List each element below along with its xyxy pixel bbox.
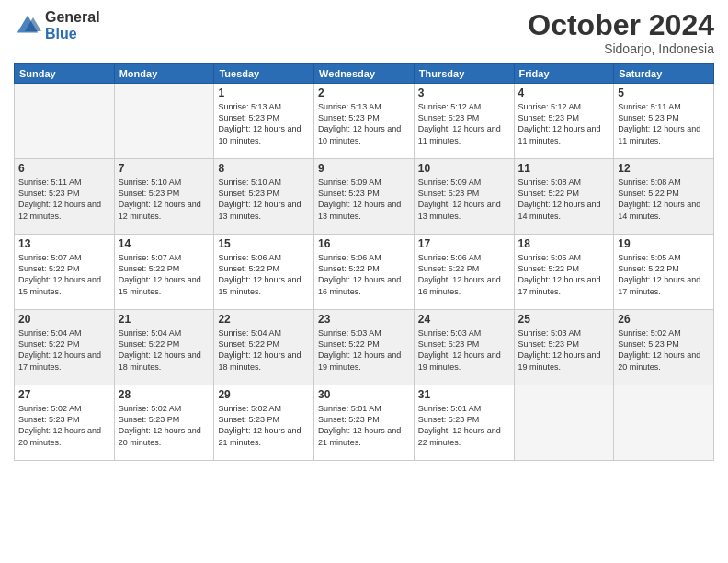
day-detail: Sunrise: 5:03 AM Sunset: 5:22 PM Dayligh…	[318, 327, 410, 373]
day-detail: Sunrise: 5:05 AM Sunset: 5:22 PM Dayligh…	[518, 252, 610, 297]
table-row: 4Sunrise: 5:12 AM Sunset: 5:23 PM Daylig…	[514, 84, 614, 159]
day-detail: Sunrise: 5:10 AM Sunset: 5:23 PM Dayligh…	[218, 177, 310, 222]
calendar-header-row: Sunday Monday Tuesday Wednesday Thursday…	[15, 64, 714, 84]
table-row: 26Sunrise: 5:02 AM Sunset: 5:23 PM Dayli…	[614, 310, 714, 385]
day-detail: Sunrise: 5:10 AM Sunset: 5:23 PM Dayligh…	[119, 177, 210, 222]
table-row: 21Sunrise: 5:04 AM Sunset: 5:22 PM Dayli…	[114, 310, 214, 385]
day-number: 29	[218, 388, 310, 401]
table-row: 29Sunrise: 5:02 AM Sunset: 5:23 PM Dayli…	[214, 385, 314, 461]
day-number: 27	[18, 388, 110, 401]
logo-text: General Blue	[45, 9, 100, 41]
day-detail: Sunrise: 5:06 AM Sunset: 5:22 PM Dayligh…	[418, 252, 510, 297]
day-number: 13	[18, 237, 110, 250]
day-number: 25	[518, 313, 610, 326]
table-row: 30Sunrise: 5:01 AM Sunset: 5:23 PM Dayli…	[314, 385, 415, 461]
table-row: 19Sunrise: 5:05 AM Sunset: 5:22 PM Dayli…	[614, 235, 714, 310]
table-row: 31Sunrise: 5:01 AM Sunset: 5:23 PM Dayli…	[414, 385, 514, 461]
day-number: 8	[218, 162, 310, 175]
day-number: 30	[318, 388, 410, 401]
table-row	[114, 84, 214, 159]
calendar-week-row: 1Sunrise: 5:13 AM Sunset: 5:23 PM Daylig…	[15, 84, 714, 159]
day-number: 3	[418, 86, 510, 99]
table-row: 20Sunrise: 5:04 AM Sunset: 5:22 PM Dayli…	[15, 310, 115, 385]
table-row: 15Sunrise: 5:06 AM Sunset: 5:22 PM Dayli…	[214, 235, 314, 310]
table-row: 27Sunrise: 5:02 AM Sunset: 5:23 PM Dayli…	[15, 385, 115, 461]
col-sunday: Sunday	[15, 64, 115, 84]
title-block: October 2024 Sidoarjo, Indonesia	[528, 9, 714, 56]
table-row: 7Sunrise: 5:10 AM Sunset: 5:23 PM Daylig…	[114, 159, 214, 235]
table-row: 11Sunrise: 5:08 AM Sunset: 5:22 PM Dayli…	[514, 159, 614, 235]
col-thursday: Thursday	[414, 64, 514, 84]
col-wednesday: Wednesday	[314, 64, 415, 84]
table-row: 2Sunrise: 5:13 AM Sunset: 5:23 PM Daylig…	[314, 84, 415, 159]
calendar-week-row: 27Sunrise: 5:02 AM Sunset: 5:23 PM Dayli…	[15, 385, 714, 461]
day-number: 12	[618, 162, 710, 175]
day-detail: Sunrise: 5:06 AM Sunset: 5:22 PM Dayligh…	[318, 252, 410, 297]
table-row: 6Sunrise: 5:11 AM Sunset: 5:23 PM Daylig…	[15, 159, 115, 235]
table-row: 24Sunrise: 5:03 AM Sunset: 5:23 PM Dayli…	[414, 310, 514, 385]
table-row: 8Sunrise: 5:10 AM Sunset: 5:23 PM Daylig…	[214, 159, 314, 235]
calendar-week-row: 13Sunrise: 5:07 AM Sunset: 5:22 PM Dayli…	[15, 235, 714, 310]
day-number: 16	[318, 237, 410, 250]
table-row: 18Sunrise: 5:05 AM Sunset: 5:22 PM Dayli…	[514, 235, 614, 310]
table-row	[15, 84, 115, 159]
col-monday: Monday	[114, 64, 214, 84]
day-detail: Sunrise: 5:12 AM Sunset: 5:23 PM Dayligh…	[518, 101, 610, 146]
table-row: 9Sunrise: 5:09 AM Sunset: 5:23 PM Daylig…	[314, 159, 415, 235]
day-detail: Sunrise: 5:13 AM Sunset: 5:23 PM Dayligh…	[318, 101, 410, 146]
day-detail: Sunrise: 5:07 AM Sunset: 5:22 PM Dayligh…	[18, 252, 110, 297]
day-detail: Sunrise: 5:01 AM Sunset: 5:23 PM Dayligh…	[318, 403, 410, 448]
day-number: 4	[518, 86, 610, 99]
day-number: 31	[418, 388, 510, 401]
day-number: 2	[318, 86, 410, 99]
day-number: 5	[618, 86, 710, 99]
table-row: 23Sunrise: 5:03 AM Sunset: 5:22 PM Dayli…	[314, 310, 415, 385]
day-detail: Sunrise: 5:09 AM Sunset: 5:23 PM Dayligh…	[418, 177, 510, 222]
day-number: 23	[318, 313, 410, 326]
day-detail: Sunrise: 5:03 AM Sunset: 5:23 PM Dayligh…	[418, 327, 510, 373]
day-detail: Sunrise: 5:02 AM Sunset: 5:23 PM Dayligh…	[218, 403, 310, 448]
day-number: 14	[119, 237, 210, 250]
logo-icon	[14, 12, 41, 40]
day-number: 26	[618, 313, 710, 326]
day-detail: Sunrise: 5:04 AM Sunset: 5:22 PM Dayligh…	[18, 327, 110, 373]
col-tuesday: Tuesday	[214, 64, 314, 84]
day-number: 9	[318, 162, 410, 175]
day-number: 20	[18, 313, 110, 326]
day-number: 7	[119, 162, 210, 175]
day-detail: Sunrise: 5:03 AM Sunset: 5:23 PM Dayligh…	[518, 327, 610, 373]
calendar-page: General Blue October 2024 Sidoarjo, Indo…	[0, 0, 728, 563]
day-number: 24	[418, 313, 510, 326]
location: Sidoarjo, Indonesia	[528, 41, 714, 56]
table-row: 3Sunrise: 5:12 AM Sunset: 5:23 PM Daylig…	[414, 84, 514, 159]
page-header: General Blue October 2024 Sidoarjo, Indo…	[14, 9, 714, 56]
day-number: 10	[418, 162, 510, 175]
day-detail: Sunrise: 5:12 AM Sunset: 5:23 PM Dayligh…	[418, 101, 510, 146]
col-friday: Friday	[514, 64, 614, 84]
day-detail: Sunrise: 5:04 AM Sunset: 5:22 PM Dayligh…	[218, 327, 310, 373]
day-detail: Sunrise: 5:05 AM Sunset: 5:22 PM Dayligh…	[618, 252, 710, 297]
day-detail: Sunrise: 5:04 AM Sunset: 5:22 PM Dayligh…	[119, 327, 210, 373]
table-row: 1Sunrise: 5:13 AM Sunset: 5:23 PM Daylig…	[214, 84, 314, 159]
day-number: 19	[618, 237, 710, 250]
day-number: 6	[18, 162, 110, 175]
day-detail: Sunrise: 5:02 AM Sunset: 5:23 PM Dayligh…	[618, 327, 710, 373]
day-detail: Sunrise: 5:02 AM Sunset: 5:23 PM Dayligh…	[18, 403, 110, 448]
table-row	[614, 385, 714, 461]
day-number: 15	[218, 237, 310, 250]
logo-blue: Blue	[45, 26, 100, 42]
day-detail: Sunrise: 5:08 AM Sunset: 5:22 PM Dayligh…	[618, 177, 710, 222]
day-detail: Sunrise: 5:07 AM Sunset: 5:22 PM Dayligh…	[119, 252, 210, 297]
calendar-week-row: 6Sunrise: 5:11 AM Sunset: 5:23 PM Daylig…	[15, 159, 714, 235]
table-row: 28Sunrise: 5:02 AM Sunset: 5:23 PM Dayli…	[114, 385, 214, 461]
day-number: 17	[418, 237, 510, 250]
logo-general: General	[45, 9, 100, 26]
day-detail: Sunrise: 5:09 AM Sunset: 5:23 PM Dayligh…	[318, 177, 410, 222]
day-detail: Sunrise: 5:01 AM Sunset: 5:23 PM Dayligh…	[418, 403, 510, 448]
day-detail: Sunrise: 5:13 AM Sunset: 5:23 PM Dayligh…	[218, 101, 310, 146]
day-detail: Sunrise: 5:02 AM Sunset: 5:23 PM Dayligh…	[119, 403, 210, 448]
logo: General Blue	[14, 9, 100, 41]
table-row: 5Sunrise: 5:11 AM Sunset: 5:23 PM Daylig…	[614, 84, 714, 159]
month-title: October 2024	[528, 9, 714, 41]
table-row: 10Sunrise: 5:09 AM Sunset: 5:23 PM Dayli…	[414, 159, 514, 235]
